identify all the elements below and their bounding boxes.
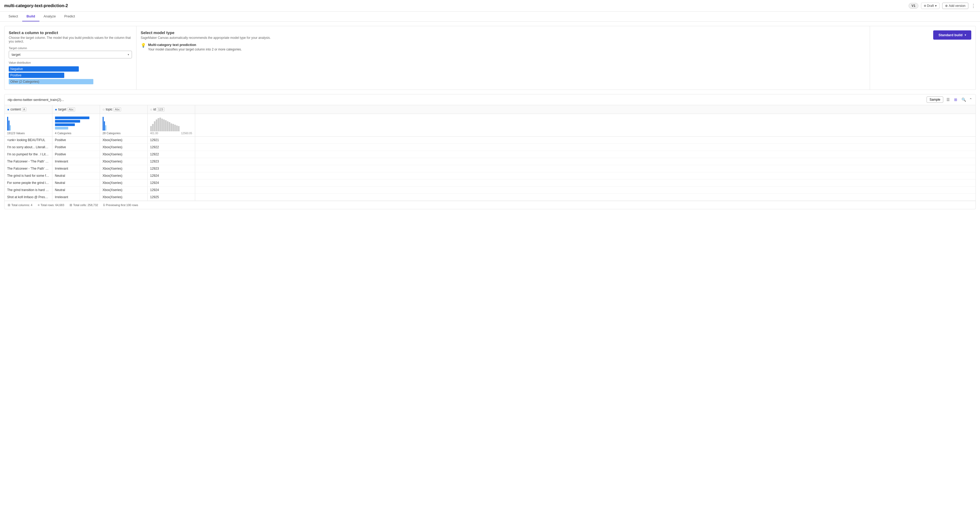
tab-predict[interactable]: Predict <box>60 12 79 21</box>
row5-id: 12924 <box>147 172 195 179</box>
id-col-name: id <box>153 108 156 111</box>
row8-content: Shot at kofi lmfaoo @ PressStar... <box>5 194 52 201</box>
add-version-button[interactable]: ⊕ Add version <box>942 3 968 9</box>
target-col-type: Abc <box>67 107 75 111</box>
info-icon: ℹ <box>103 203 105 207</box>
select-model-panel: Select model type SageMaker Canvas autom… <box>137 26 870 90</box>
search-button[interactable]: 🔍 <box>961 97 967 102</box>
dist-row-other: Other (2 Categories) <box>9 79 132 84</box>
target-column-dropdown[interactable]: target ▾ <box>9 51 132 59</box>
total-rows-label: Total rows: 64,683 <box>41 203 64 206</box>
cells-icon: ⊞ <box>70 203 72 207</box>
model-type-icon: 💡 <box>141 43 146 48</box>
data-header-right: Sample ☰ ⊞ 🔍 ⌃ <box>927 97 972 103</box>
content-col-icon: ● <box>7 107 9 111</box>
id-range-max: 12560.05 <box>181 132 192 135</box>
columns-icon: ⊞ <box>8 203 10 207</box>
draft-button[interactable]: Draft ▾ <box>921 3 940 9</box>
dist-row-positive: Positive <box>9 73 132 78</box>
data-table: ● content A ● target Abc <box>5 105 975 201</box>
row3-content: The Falconeer - 'The Path' Game... <box>5 158 52 165</box>
more-options-button[interactable]: ⋮ <box>971 3 976 9</box>
row0-target: Positive <box>52 136 100 144</box>
row4-empty <box>195 165 975 172</box>
topic-values-label: 28 Categories <box>103 132 145 135</box>
empty-chart-cell <box>195 114 975 136</box>
data-header: nlp-demo-twitter-sentiment_train(2)... S… <box>5 94 975 105</box>
total-cells-label: Total cells: 258,732 <box>73 203 98 206</box>
dist-label-other: Other (2 Categories) <box>10 79 39 84</box>
row7-empty <box>195 187 975 194</box>
row8-topic: Xbox(Xseries) <box>100 194 147 201</box>
table-row: <unk> looking BEAUTIFUL Positive Xbox(Xs… <box>5 136 975 144</box>
table-row: The grind is hard for some folks ... Neu… <box>5 172 975 179</box>
row3-topic: Xbox(Xseries) <box>100 158 147 165</box>
sample-button[interactable]: Sample <box>927 97 943 103</box>
row5-topic: Xbox(Xseries) <box>100 172 147 179</box>
target-col-name: target <box>58 108 66 111</box>
tab-analyze[interactable]: Analyze <box>40 12 60 21</box>
tab-select[interactable]: Select <box>4 12 22 21</box>
id-chart-cell: 401.00 12560.05 <box>147 114 195 136</box>
col-header-empty <box>195 105 975 114</box>
target-column-value: target <box>12 52 21 57</box>
content-chart-cell: 19123 Values <box>5 114 52 136</box>
content-col-name: content <box>10 108 21 111</box>
model-type-row: 💡 Multi-category text prediction Your mo… <box>141 43 865 51</box>
id-range-min: 401.00 <box>150 132 158 135</box>
dataset-title: nlp-demo-twitter-sentiment_train(2)... <box>8 98 64 102</box>
preview-note-item: ℹ Previewing first 100 rows <box>103 203 138 207</box>
id-col-icon: ○ <box>150 107 152 111</box>
model-type-info: Multi-category text prediction Your mode… <box>148 43 242 51</box>
table-row: I'm so pumped for the . I Literall... Po… <box>5 151 975 158</box>
header-right: V1 Draft ▾ ⊕ Add version ⋮ <box>908 3 976 9</box>
table-row: The Falconeer - 'The Path' Game... Irrel… <box>5 165 975 172</box>
grid-view-button[interactable]: ⊞ <box>953 97 958 102</box>
standard-build-button[interactable]: Standard build ▾ <box>933 30 971 40</box>
tab-build[interactable]: Build <box>22 12 40 21</box>
total-columns-item: ⊞ Total columns: 4 <box>8 203 32 207</box>
select-model-title: Select model type <box>141 30 865 35</box>
target-values-label: 4 Categories <box>55 132 97 135</box>
list-view-button[interactable]: ☰ <box>945 97 951 102</box>
topic-col-icon: ○ <box>103 107 105 111</box>
id-col-type: 123 <box>157 107 164 111</box>
dist-label-positive: Positive <box>10 73 21 78</box>
build-action-panel: Standard build ▾ <box>870 26 976 90</box>
top-section: Select a column to predict Choose the ta… <box>4 26 976 90</box>
dropdown-arrow-icon: ▾ <box>128 53 129 56</box>
build-btn-arrow-icon: ▾ <box>965 33 966 36</box>
rows-icon: ≡ <box>38 203 40 207</box>
target-column-label: Target column <box>9 46 132 50</box>
table-row: For some people the grind is eve... Neut… <box>5 179 975 187</box>
collapse-button[interactable]: ⌃ <box>969 97 972 102</box>
content-values-label: 19123 Values <box>7 132 49 135</box>
table-row: The grind transition is hard for s... Ne… <box>5 187 975 194</box>
standard-build-label: Standard build <box>939 33 963 37</box>
select-column-desc: Choose the target column. The model that… <box>9 36 132 43</box>
row3-id: 12923 <box>147 158 195 165</box>
dist-row-negative: Negative <box>9 66 132 71</box>
data-footer: ⊞ Total columns: 4 ≡ Total rows: 64,683 … <box>5 201 975 209</box>
distribution-bars: Negative Positive Other (2 Categories) <box>9 66 132 84</box>
row1-target: Positive <box>52 144 100 151</box>
draft-dot <box>924 5 926 7</box>
table-row: The Falconeer - 'The Path' Game... Irrel… <box>5 158 975 165</box>
total-cells-item: ⊞ Total cells: 258,732 <box>70 203 98 207</box>
col-header-target: ● target Abc <box>52 105 100 114</box>
row4-target: Irrelevant <box>52 165 100 172</box>
select-model-desc: SageMaker Canvas automatically recommend… <box>141 36 865 40</box>
topic-col-type: Abc <box>113 107 121 111</box>
row7-target: Neutral <box>52 187 100 194</box>
row5-target: Neutral <box>52 172 100 179</box>
col-header-id: ○ id 123 <box>147 105 195 114</box>
row8-empty <box>195 194 975 201</box>
row1-content: I'm so sorry about... Literally can... <box>5 144 52 151</box>
version-badge: V1 <box>908 3 918 9</box>
data-section: nlp-demo-twitter-sentiment_train(2)... S… <box>4 94 976 209</box>
row1-empty <box>195 144 975 151</box>
row1-id: 12922 <box>147 144 195 151</box>
row0-topic: Xbox(Xseries) <box>100 136 147 144</box>
target-chart-cell: 4 Categories <box>52 114 100 136</box>
table-row: I'm so sorry about... Literally can... P… <box>5 144 975 151</box>
